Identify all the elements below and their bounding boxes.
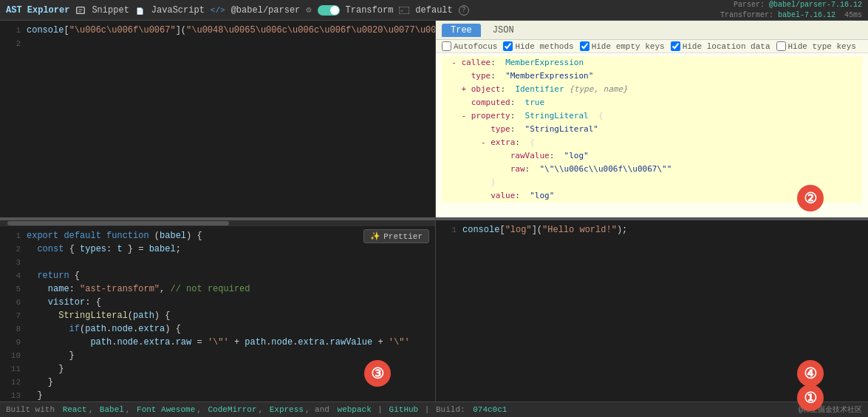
parser-version-link[interactable]: @babel/parser-7.16.12 [769, 1, 862, 9]
autofocus-option[interactable]: Autofocus [442, 41, 497, 51]
default-label[interactable]: default [415, 5, 452, 16]
transform-line-2: 2 const { types: t } = babel; [0, 243, 435, 256]
footer-built-text: Built with [6, 405, 55, 414]
code-icon: 📄 [135, 5, 146, 16]
right-panel: Tree JSON Autofocus Hide methods Hide em… [436, 21, 868, 401]
code-tag-icon: </> [211, 6, 225, 15]
transform-label[interactable]: Transform [346, 5, 394, 16]
ast-options: Autofocus Hide methods Hide empty keys H… [436, 40, 868, 53]
footer: Built with React, Babel, Font Awesome, C… [0, 401, 868, 417]
snippet-icon [75, 5, 86, 16]
tab-tree[interactable]: Tree [442, 24, 481, 37]
svg-text:📄: 📄 [136, 6, 144, 15]
toolbar: AST Explorer Snippet 📄 JavaScript </> @b… [0, 0, 868, 21]
footer-babel-link[interactable]: Babel [100, 405, 124, 414]
tab-json[interactable]: JSON [484, 24, 523, 37]
svg-rect-0 [77, 7, 85, 13]
hide-methods-checkbox[interactable] [503, 41, 513, 51]
footer-express-link[interactable]: Express [270, 405, 304, 414]
ast-raw-line: raw: "\"\\u006c\\u006f\\u0067\"" [442, 163, 862, 176]
transform-line-11: 11 } [0, 362, 435, 376]
left-panel: 1 console["\u006c\u006f\u0067"]("\u0048\… [0, 21, 436, 401]
footer-fontawesome-link[interactable]: Font Awesome [137, 405, 195, 414]
output-line-1: 1 console["log"]("Hello world!"); [436, 220, 868, 237]
footer-react-link[interactable]: React [63, 405, 87, 414]
svg-text:⌨: ⌨ [400, 9, 403, 14]
ast-tree[interactable]: - callee: MemberExpression type: "Member… [436, 53, 868, 214]
snippet-label[interactable]: Snippet [92, 5, 129, 16]
ast-tabs: Tree JSON [436, 21, 868, 40]
hide-methods-label: Hide methods [515, 42, 573, 51]
ast-rawvalue-line: rawValue: "log" [442, 149, 862, 163]
input-editor-top[interactable]: 1 console["\u006c\u006f\u0067"]("\u0048\… [0, 21, 435, 220]
ast-property-type-line: type: "StringLiteral" [442, 123, 862, 136]
circle-4: ④ [797, 360, 824, 387]
ast-computed-line: computed: true [442, 96, 862, 109]
transform-line-4: 4 return { [0, 269, 435, 282]
autofocus-checkbox[interactable] [442, 41, 451, 51]
transform-editor[interactable]: ✨ Prettier 1 export default function (ba… [0, 226, 435, 401]
main-content: 1 console["\u006c\u006f\u0067"]("\u0048\… [0, 21, 868, 401]
transform-line-3: 3 [0, 256, 435, 269]
ast-property-line: - property: StringLiteral { [442, 109, 862, 123]
hide-location-option[interactable]: Hide location data [671, 41, 770, 51]
autofocus-label: Autofocus [454, 42, 497, 51]
ast-extra-line: - extra: { [442, 136, 862, 149]
hide-empty-keys-option[interactable]: Hide empty keys [580, 41, 665, 51]
ast-value-line: value: "log" [442, 189, 862, 203]
output-panel[interactable]: 1 console["log"]("Hello world!"); ④ [436, 220, 868, 401]
footer-github-link[interactable]: GitHub [389, 405, 419, 414]
footer-codemirror-link[interactable]: CodeMirror [208, 405, 256, 414]
transformer-version-link[interactable]: babel-7.16.12 [778, 11, 835, 19]
code-line-2: 2 [0, 37, 435, 50]
js-label[interactable]: JavaScript [151, 5, 205, 16]
footer-credit: @稀土掘金技术社区 [799, 404, 862, 415]
footer-and-text: , and [305, 405, 329, 414]
parser-version-label: Parser: [734, 1, 765, 9]
prettier-button[interactable]: ✨ Prettier [363, 229, 429, 243]
transform-line-6: 6 visitor: { [0, 296, 435, 309]
parser-label[interactable]: @babel/parser [231, 5, 301, 16]
gear-icon[interactable]: ⚙ [306, 4, 311, 16]
ast-type-line: type: "MemberExpression" [442, 70, 862, 83]
ast-extra-close-line: } [442, 176, 862, 189]
transform-line-8: 8 if(path.node.extra) { [0, 322, 435, 336]
hide-type-keys-label: Hide type keys [788, 42, 856, 51]
prettier-label: Prettier [383, 232, 423, 241]
transform-toggle[interactable] [318, 5, 340, 16]
transform-line-12: 12 } [0, 376, 435, 389]
keyboard-icon: ⌨ [399, 7, 409, 14]
footer-build-hash-link[interactable]: 074c0c1 [473, 405, 507, 414]
hide-location-label: Hide location data [683, 42, 770, 51]
transform-line-13: 13 } [0, 389, 435, 401]
parser-info: Parser: @babel/parser-7.16.12 Transforme… [720, 0, 862, 21]
help-icon[interactable]: ? [459, 5, 469, 16]
footer-build-label: Build: [436, 405, 465, 414]
horizontal-scrollbar[interactable] [0, 220, 435, 226]
transform-line-7: 7 StringLiteral(path) { [0, 309, 435, 322]
scroll-thumb[interactable] [7, 221, 229, 226]
time-label: 45ms [844, 11, 862, 19]
ast-object-line: + object: Identifier {type, name} [442, 83, 862, 96]
transform-line-5: 5 name: "ast-transform", // not required [0, 282, 435, 296]
footer-webpack-link[interactable]: webpack [338, 405, 372, 414]
hide-empty-keys-checkbox[interactable] [580, 41, 590, 51]
transform-line-10: 10 } [0, 349, 435, 362]
prettier-icon: ✨ [370, 231, 380, 241]
hide-type-keys-option[interactable]: Hide type keys [776, 41, 856, 51]
hide-methods-option[interactable]: Hide methods [503, 41, 573, 51]
transform-line-9: 9 path.node.extra.raw = '\"' + path.node… [0, 336, 435, 349]
app-title: AST Explorer [6, 5, 69, 16]
code-line-1: 1 console["\u006c\u006f\u0067"]("\u0048\… [0, 24, 435, 37]
hide-location-checkbox[interactable] [671, 41, 680, 51]
ast-callee-line: - callee: MemberExpression [442, 56, 862, 70]
hide-type-keys-checkbox[interactable] [776, 41, 786, 51]
ast-panel: Tree JSON Autofocus Hide methods Hide em… [436, 21, 868, 220]
transformer-label: Transformer: [720, 11, 773, 19]
hide-empty-keys-label: Hide empty keys [592, 42, 665, 51]
